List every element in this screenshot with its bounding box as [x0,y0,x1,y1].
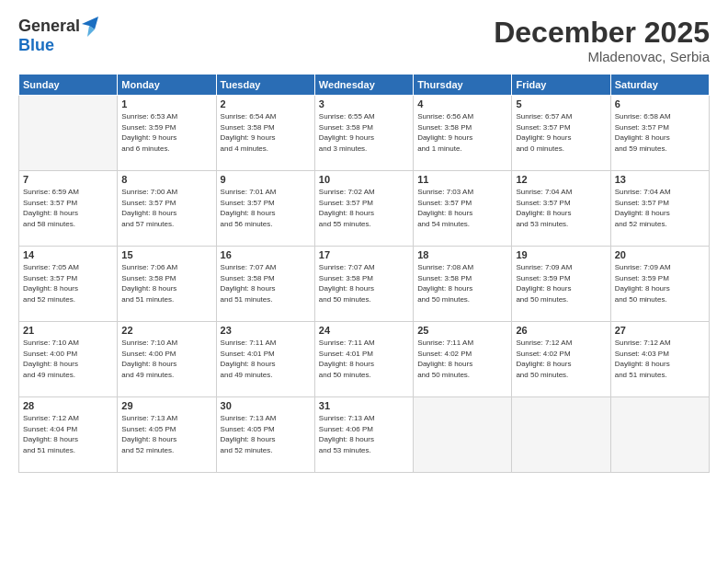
day-info: Sunrise: 7:10 AM Sunset: 4:00 PM Dayligh… [23,338,113,380]
calendar-cell [414,397,512,473]
header-cell-tuesday: Tuesday [216,75,314,96]
logo: General Blue [18,17,98,55]
calendar-cell [19,96,118,171]
day-info: Sunrise: 6:58 AM Sunset: 3:57 PM Dayligh… [615,111,705,154]
day-info: Sunrise: 7:10 AM Sunset: 4:00 PM Dayligh… [121,338,211,380]
day-info: Sunrise: 7:00 AM Sunset: 3:57 PM Dayligh… [121,187,211,229]
day-info: Sunrise: 6:54 AM Sunset: 3:58 PM Dayligh… [221,111,311,154]
calendar-cell: 1Sunrise: 6:53 AM Sunset: 3:59 PM Daylig… [118,96,216,171]
calendar-cell: 28Sunrise: 7:12 AM Sunset: 4:04 PM Dayli… [19,397,118,473]
logo-blue: Blue [18,37,98,55]
header-cell-saturday: Saturday [610,75,709,96]
calendar-cell: 17Sunrise: 7:07 AM Sunset: 3:58 PM Dayli… [314,247,413,322]
day-number: 17 [319,249,409,260]
header-row: SundayMondayTuesdayWednesdayThursdayFrid… [19,75,710,96]
day-number: 18 [417,249,507,260]
day-info: Sunrise: 6:55 AM Sunset: 3:58 PM Dayligh… [319,111,409,154]
logo-bird-icon [82,17,98,37]
day-number: 2 [221,98,311,109]
calendar-cell: 19Sunrise: 7:09 AM Sunset: 3:59 PM Dayli… [512,247,610,322]
calendar-cell [512,397,610,473]
week-row-4: 21Sunrise: 7:10 AM Sunset: 4:00 PM Dayli… [19,322,710,397]
calendar-cell: 27Sunrise: 7:12 AM Sunset: 4:03 PM Dayli… [610,322,709,397]
day-number: 15 [121,249,211,260]
day-number: 10 [319,174,409,185]
day-number: 1 [121,98,211,109]
calendar-cell: 5Sunrise: 6:57 AM Sunset: 3:57 PM Daylig… [512,96,610,171]
calendar-cell: 6Sunrise: 6:58 AM Sunset: 3:57 PM Daylig… [610,96,709,171]
calendar-cell: 7Sunrise: 6:59 AM Sunset: 3:57 PM Daylig… [19,171,118,247]
day-info: Sunrise: 7:13 AM Sunset: 4:05 PM Dayligh… [121,413,211,455]
day-info: Sunrise: 7:13 AM Sunset: 4:06 PM Dayligh… [319,413,409,455]
day-info: Sunrise: 6:57 AM Sunset: 3:57 PM Dayligh… [516,111,606,154]
header: General Blue December 2025 Mladenovac, S… [18,17,710,64]
header-cell-monday: Monday [118,75,216,96]
day-number: 28 [23,400,113,411]
calendar-cell: 8Sunrise: 7:00 AM Sunset: 3:57 PM Daylig… [118,171,216,247]
calendar-cell: 29Sunrise: 7:13 AM Sunset: 4:05 PM Dayli… [118,397,216,473]
calendar-cell: 9Sunrise: 7:01 AM Sunset: 3:57 PM Daylig… [216,171,314,247]
header-cell-sunday: Sunday [19,75,118,96]
calendar-cell: 23Sunrise: 7:11 AM Sunset: 4:01 PM Dayli… [216,322,314,397]
day-info: Sunrise: 7:05 AM Sunset: 3:57 PM Dayligh… [23,262,113,304]
day-info: Sunrise: 7:11 AM Sunset: 4:01 PM Dayligh… [221,338,311,380]
calendar-cell: 13Sunrise: 7:04 AM Sunset: 3:57 PM Dayli… [610,171,709,247]
week-row-5: 28Sunrise: 7:12 AM Sunset: 4:04 PM Dayli… [19,397,710,473]
calendar-cell: 12Sunrise: 7:04 AM Sunset: 3:57 PM Dayli… [512,171,610,247]
day-info: Sunrise: 7:01 AM Sunset: 3:57 PM Dayligh… [221,187,311,229]
calendar-cell: 30Sunrise: 7:13 AM Sunset: 4:05 PM Dayli… [216,397,314,473]
day-number: 20 [615,249,705,260]
day-info: Sunrise: 6:53 AM Sunset: 3:59 PM Dayligh… [121,111,211,154]
day-number: 8 [121,174,211,185]
calendar-cell: 3Sunrise: 6:55 AM Sunset: 3:58 PM Daylig… [314,96,413,171]
calendar-cell: 18Sunrise: 7:08 AM Sunset: 3:58 PM Dayli… [414,247,512,322]
day-number: 19 [516,249,606,260]
day-info: Sunrise: 7:13 AM Sunset: 4:05 PM Dayligh… [221,413,311,455]
calendar-cell: 24Sunrise: 7:11 AM Sunset: 4:01 PM Dayli… [314,322,413,397]
header-cell-wednesday: Wednesday [314,75,413,96]
day-info: Sunrise: 7:04 AM Sunset: 3:57 PM Dayligh… [615,187,705,229]
week-row-2: 7Sunrise: 6:59 AM Sunset: 3:57 PM Daylig… [19,171,710,247]
day-number: 21 [23,325,113,336]
calendar-cell: 20Sunrise: 7:09 AM Sunset: 3:59 PM Dayli… [610,247,709,322]
calendar-cell [610,397,709,473]
day-info: Sunrise: 7:03 AM Sunset: 3:57 PM Dayligh… [417,187,507,229]
day-info: Sunrise: 7:12 AM Sunset: 4:02 PM Dayligh… [516,338,606,380]
day-info: Sunrise: 7:08 AM Sunset: 3:58 PM Dayligh… [417,262,507,304]
day-info: Sunrise: 7:11 AM Sunset: 4:01 PM Dayligh… [319,338,409,380]
day-number: 30 [221,400,311,411]
month-title: December 2025 [494,17,710,49]
day-number: 16 [221,249,311,260]
day-number: 31 [319,400,409,411]
day-info: Sunrise: 7:09 AM Sunset: 3:59 PM Dayligh… [516,262,606,304]
week-row-3: 14Sunrise: 7:05 AM Sunset: 3:57 PM Dayli… [19,247,710,322]
day-number: 29 [121,400,211,411]
day-number: 9 [221,174,311,185]
header-cell-friday: Friday [512,75,610,96]
day-number: 26 [516,325,606,336]
day-info: Sunrise: 7:07 AM Sunset: 3:58 PM Dayligh… [319,262,409,304]
calendar-cell: 21Sunrise: 7:10 AM Sunset: 4:00 PM Dayli… [19,322,118,397]
header-cell-thursday: Thursday [414,75,512,96]
day-info: Sunrise: 6:59 AM Sunset: 3:57 PM Dayligh… [23,187,113,229]
calendar-cell: 14Sunrise: 7:05 AM Sunset: 3:57 PM Dayli… [19,247,118,322]
title-block: December 2025 Mladenovac, Serbia [494,17,710,64]
day-info: Sunrise: 7:09 AM Sunset: 3:59 PM Dayligh… [615,262,705,304]
day-info: Sunrise: 6:56 AM Sunset: 3:58 PM Dayligh… [417,111,507,154]
logo-general: General [18,17,80,36]
day-number: 7 [23,174,113,185]
day-number: 23 [221,325,311,336]
day-number: 14 [23,249,113,260]
day-number: 11 [417,174,507,185]
calendar-cell: 22Sunrise: 7:10 AM Sunset: 4:00 PM Dayli… [118,322,216,397]
day-info: Sunrise: 7:07 AM Sunset: 3:58 PM Dayligh… [221,262,311,304]
day-number: 5 [516,98,606,109]
page: General Blue December 2025 Mladenovac, S… [0,0,728,563]
day-info: Sunrise: 7:04 AM Sunset: 3:57 PM Dayligh… [516,187,606,229]
week-row-1: 1Sunrise: 6:53 AM Sunset: 3:59 PM Daylig… [19,96,710,171]
day-info: Sunrise: 7:06 AM Sunset: 3:58 PM Dayligh… [121,262,211,304]
day-number: 22 [121,325,211,336]
calendar-cell: 31Sunrise: 7:13 AM Sunset: 4:06 PM Dayli… [314,397,413,473]
location: Mladenovac, Serbia [494,49,710,64]
calendar-cell: 16Sunrise: 7:07 AM Sunset: 3:58 PM Dayli… [216,247,314,322]
